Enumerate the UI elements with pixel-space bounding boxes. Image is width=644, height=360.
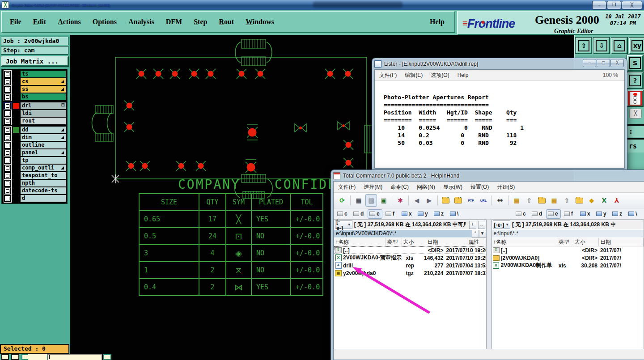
layer-checkbox[interactable] xyxy=(4,195,11,202)
bottom-toggle-2[interactable] xyxy=(11,354,19,360)
right-drive-combo[interactable]: [-e-]▼ xyxy=(493,220,511,229)
menu-dfm[interactable]: DFM xyxy=(166,18,182,26)
left-path[interactable]: e:\input\2V00WJKDA0\*.* xyxy=(334,230,472,237)
left-column-headers[interactable]: ↑名称类型大小日期属性 xyxy=(334,238,486,246)
layer-row-bs[interactable]: bs xyxy=(3,93,66,101)
left-drive-z[interactable]: z xyxy=(432,209,447,219)
panel-close-button[interactable]: ╳ xyxy=(629,109,642,119)
pdf-icon[interactable]: ⅄ xyxy=(611,194,623,207)
layer-checkbox[interactable] xyxy=(4,102,11,110)
layer-checkbox[interactable] xyxy=(4,149,11,157)
layer-checkbox[interactable] xyxy=(4,78,11,85)
file-row-..[interactable]: ⇧[..]<DIR>2017/07/ xyxy=(492,246,644,254)
layer-checkbox[interactable] xyxy=(4,165,11,172)
clipboard-up-button[interactable]: ⇧ xyxy=(576,38,592,54)
layer-row-panel[interactable]: panel xyxy=(3,149,66,157)
file-row-drill[interactable]: Adrillrep2772017/07/04 13:53-a— xyxy=(334,262,486,269)
menu-options[interactable]: Options xyxy=(93,18,117,26)
column-header-5[interactable]: 属性 xyxy=(467,238,486,246)
layer-row-npth[interactable]: npth xyxy=(3,179,66,187)
layer-checkbox[interactable] xyxy=(4,180,11,187)
layer-row-dd[interactable]: dd xyxy=(3,126,66,134)
layer-checkbox[interactable] xyxy=(4,71,11,78)
panel-divider[interactable] xyxy=(487,220,491,349)
left-star-button[interactable]: * xyxy=(472,230,479,238)
column-header-2[interactable]: 类型 xyxy=(386,238,402,246)
column-header-3[interactable]: 大小 xyxy=(573,238,599,246)
bottom-toggle-4[interactable] xyxy=(103,354,111,360)
tc-menu-item[interactable]: 网络(N) xyxy=(417,183,435,191)
left-drive-x[interactable]: x xyxy=(400,209,415,219)
menu-edit[interactable]: Edit xyxy=(33,18,46,26)
new-item-icon[interactable]: ✱ xyxy=(394,194,406,207)
help-button[interactable]: ? xyxy=(627,72,643,89)
file-row-2V00WJKDA0制作单[interactable]: X2V00WJKDA0制作单xls30,2082017/07/ xyxy=(492,262,644,269)
left-drive-combo[interactable]: [-e-]▼ xyxy=(335,220,352,229)
unpack-icon[interactable]: ↑ xyxy=(453,194,464,207)
lister-close-button[interactable]: ╳ xyxy=(610,59,624,67)
left-drive-e[interactable]: e xyxy=(368,209,382,219)
layer-row-comp_outli[interactable]: comp_outli xyxy=(3,164,66,172)
layer-row-ss[interactable]: ss xyxy=(3,85,66,93)
menu-rout[interactable]: Rout xyxy=(219,18,234,26)
right-drive-d[interactable]: d xyxy=(530,209,545,219)
step-sequence-button[interactable]: S xyxy=(627,55,643,71)
menu-help[interactable]: Help xyxy=(430,18,445,26)
file-row-2V00WJKDA0[interactable]: [2V00WJKDA0]<DIR>2017/07/ xyxy=(492,254,644,262)
tc-menu-item[interactable]: 选择(M) xyxy=(364,183,382,191)
layer-checkbox[interactable] xyxy=(4,127,11,134)
column-header-4[interactable]: 日期 xyxy=(599,238,644,246)
tc-menu-item[interactable]: 显示(W) xyxy=(443,183,462,191)
layer-checkbox[interactable] xyxy=(4,86,11,93)
right-drive-x[interactable]: x xyxy=(578,209,593,219)
panel-grid-icon[interactable]: ▦ xyxy=(511,194,522,207)
dir-up2-icon[interactable]: ⇧ xyxy=(561,194,572,207)
lister-menu-help[interactable]: Help xyxy=(458,72,469,78)
layer-row-outline[interactable]: outline xyxy=(3,141,66,149)
right-column-headers[interactable]: ↑名称类型大小日期 xyxy=(492,238,644,246)
left-history-button[interactable]: ▼ xyxy=(479,230,486,238)
layer-checkbox[interactable] xyxy=(4,142,11,149)
lister-menu-e[interactable]: 编辑(E) xyxy=(405,72,423,79)
search-icon[interactable]: ●● xyxy=(494,194,506,207)
right-drive-z[interactable]: z xyxy=(610,209,625,219)
command-input[interactable] xyxy=(47,354,102,360)
restore-button[interactable]: ❐ xyxy=(607,1,621,9)
folder-icon[interactable] xyxy=(536,194,547,207)
menu-windows[interactable]: Windows xyxy=(246,18,274,26)
tc-menu-item[interactable]: 设置(O) xyxy=(470,183,489,191)
menu-step[interactable]: Step xyxy=(194,18,207,26)
layer-row-datecode-ts[interactable]: datecode-ts xyxy=(3,187,66,195)
lister-menu-o[interactable]: 选项(O) xyxy=(431,72,449,79)
file-row-..[interactable]: ⇧[..]<DIR>2017/07/10 19:20— xyxy=(334,246,486,254)
menu-analysis[interactable]: Analysis xyxy=(128,18,154,26)
layer-checkbox[interactable] xyxy=(4,110,11,117)
left-drive-c[interactable]: c xyxy=(335,209,350,219)
layer-checkbox[interactable] xyxy=(4,93,11,101)
right-drive-f[interactable]: f xyxy=(562,209,577,219)
thumb-view-icon[interactable]: ▣ xyxy=(378,194,390,207)
bottom-toggle-1[interactable] xyxy=(1,354,9,360)
minimize-button[interactable]: – xyxy=(592,1,606,9)
layer-row-tp[interactable]: tp xyxy=(3,157,66,164)
right-drive-c[interactable]: c xyxy=(514,209,529,219)
column-header-4[interactable]: 日期 xyxy=(426,238,467,246)
layer-row-ldi[interactable]: ldi xyxy=(3,110,66,117)
split-xy-button[interactable]: xy xyxy=(629,38,644,54)
full-view-icon[interactable]: ▥ xyxy=(365,194,377,207)
brief-view-icon[interactable]: ▦ xyxy=(353,194,364,207)
column-header-1[interactable]: ↑名称 xyxy=(334,238,386,246)
screen-capture-button[interactable]: ⇩ xyxy=(593,38,610,54)
tc-menu-item[interactable]: 文件(F) xyxy=(338,183,356,191)
excel-icon[interactable]: X xyxy=(598,194,610,207)
net-status-button[interactable] xyxy=(627,90,643,106)
home-button[interactable]: ⌂ xyxy=(611,38,627,54)
lister-menu-f[interactable]: 文件(F) xyxy=(379,72,397,79)
column-header-1[interactable]: ↑名称 xyxy=(492,238,558,246)
right-drive-y[interactable]: y xyxy=(594,209,609,219)
layer-checkbox[interactable] xyxy=(4,157,11,164)
layer-checkbox[interactable] xyxy=(4,172,11,179)
panel-grid2-icon[interactable]: ▦ xyxy=(548,194,560,207)
column-header-3[interactable]: 大小 xyxy=(402,238,426,246)
lister-titlebar[interactable]: Lister - [E:\input\2V00WJKDA0\drill.rep]… xyxy=(374,58,625,69)
